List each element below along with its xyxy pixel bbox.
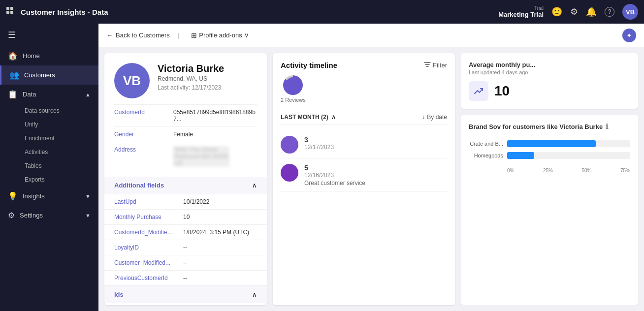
activity-date-1: 12/16/2023 bbox=[304, 172, 365, 179]
sidebar-item-home[interactable]: 🏠 Home bbox=[0, 46, 98, 65]
sort-button[interactable]: ↓ By date bbox=[422, 114, 447, 121]
period-expand-icon[interactable]: ∧ bbox=[331, 113, 336, 121]
settings-icon: ⚙ bbox=[8, 211, 15, 220]
field-label-monthly: Monthly Purchase bbox=[114, 214, 183, 220]
activity-header: Activity timeline Filter bbox=[281, 61, 447, 69]
sidebar-item-customers[interactable]: 👥 Customers bbox=[0, 65, 98, 85]
sidebar: ☰ 🏠 Home 👥 Customers 📋 Data ▲ Data sourc… bbox=[0, 24, 98, 311]
subheader: ← Back to Customers | ⊞ Profile add-ons … bbox=[98, 24, 644, 47]
help-icon[interactable]: ? bbox=[605, 7, 614, 17]
main-content: ← Back to Customers | ⊞ Profile add-ons … bbox=[98, 24, 644, 311]
additional-field-prev-customerid: PreviousCustomerId -- bbox=[104, 270, 267, 285]
logo-circle: ✦ bbox=[622, 29, 636, 42]
field-value-customerid: 055e8517899d5ef8f19861889b7... bbox=[173, 109, 257, 123]
brand-bar-1 bbox=[507, 152, 534, 159]
brand-bar-container-0 bbox=[507, 140, 630, 147]
customers-icon: 👥 bbox=[9, 70, 19, 80]
customer-avatar: VB bbox=[114, 63, 150, 98]
back-label: Back to Customers bbox=[116, 31, 170, 39]
activity-dot-0 bbox=[281, 136, 298, 154]
customer-location: Redmond, WA, US bbox=[158, 75, 224, 82]
filter-button[interactable]: Filter bbox=[424, 61, 447, 69]
field-row-address: Address 5600 This StreetRedmond WA 55555… bbox=[114, 142, 257, 171]
period-label: LAST MONTH (2) bbox=[281, 114, 328, 121]
trial-name: Marketing Trial bbox=[498, 11, 544, 18]
activity-date-0: 12/17/2023 bbox=[304, 144, 334, 151]
field-value-monthly: 10 bbox=[183, 214, 190, 220]
sidebar-item-home-label: Home bbox=[23, 52, 40, 60]
hamburger-icon[interactable]: ☰ bbox=[0, 24, 98, 46]
brand-sov-title-text: Brand Sov for customers like Victoria Bu… bbox=[469, 123, 603, 130]
additional-fields-label: Additional fields bbox=[114, 182, 164, 189]
sidebar-subitem-exports[interactable]: Exports bbox=[21, 173, 98, 187]
back-arrow-icon: ← bbox=[106, 31, 113, 39]
top-navigation: ​ Customer Insights - Data Trial Marketi… bbox=[0, 0, 644, 24]
insights-expand-icon: ▼ bbox=[85, 193, 91, 199]
ids-header[interactable]: Ids ∧ bbox=[104, 285, 267, 303]
subheader-divider: | bbox=[178, 31, 179, 39]
field-value-lastupd: 10/1/2022 bbox=[183, 198, 209, 205]
sidebar-item-insights[interactable]: 💡 Insights ▼ bbox=[0, 187, 98, 206]
additional-fields-list: LastUpd 10/1/2022 Monthly Purchase 10 Cu… bbox=[104, 194, 267, 285]
grid-icon[interactable]: ​ bbox=[6, 6, 15, 18]
timeline-bubbles: 2 Reviews bbox=[281, 75, 447, 103]
field-value-loyaltyid: -- bbox=[183, 244, 187, 251]
brand-label-1: Homegoods bbox=[469, 153, 503, 158]
sidebar-item-settings[interactable]: ⚙ Settings ▼ bbox=[0, 206, 98, 225]
trial-label: Trial bbox=[534, 5, 544, 11]
metric-value-row: 10 bbox=[469, 81, 630, 101]
customer-last-activity: Last activity: 12/17/2023 bbox=[158, 84, 224, 91]
bell-icon[interactable]: 🔔 bbox=[586, 6, 597, 17]
field-label-address: Address bbox=[114, 146, 173, 153]
field-label-customerid: CustomerId bbox=[114, 109, 173, 116]
chart-axis: 0% 25% 50% 75% bbox=[469, 168, 630, 173]
additional-field-monthly: Monthly Purchase 10 bbox=[104, 209, 267, 224]
metric-title: Average monthly pu... bbox=[469, 61, 630, 68]
activity-score-0: 3 bbox=[304, 136, 334, 144]
activity-desc-1: Great customer service bbox=[304, 180, 365, 187]
activity-entry-1: 5 12/16/2023 Great customer service bbox=[281, 159, 447, 192]
settings-expand-icon: ▼ bbox=[85, 213, 91, 218]
customer-info: Victoria Burke Redmond, WA, US Last acti… bbox=[158, 63, 224, 91]
customer-name: Victoria Burke bbox=[158, 63, 224, 74]
sort-icon: ↓ bbox=[422, 114, 425, 121]
additional-field-loyaltyid: LoyaltyID -- bbox=[104, 240, 267, 255]
field-row-customerid: CustomerId 055e8517899d5ef8f19861889b7..… bbox=[114, 104, 257, 126]
field-label-gender: Gender bbox=[114, 131, 173, 138]
sidebar-item-customers-label: Customers bbox=[24, 71, 55, 79]
sidebar-subitem-enrichment[interactable]: Enrichment bbox=[21, 131, 98, 145]
profile-addons-button[interactable]: ⊞ Profile add-ons ∨ bbox=[187, 30, 253, 41]
user-avatar[interactable]: VB bbox=[622, 4, 638, 20]
field-label-customerid-mod: CustomerId_Modifie... bbox=[114, 229, 183, 236]
sidebar-subitem-data-sources[interactable]: Data sources bbox=[21, 104, 98, 118]
activity-card: Activity timeline Filter 2 Reviews bbox=[273, 53, 455, 305]
brand-sov-card: Brand Sov for customers like Victoria Bu… bbox=[461, 115, 638, 305]
brand-bar-0 bbox=[507, 140, 596, 147]
additional-fields-collapse-icon: ∧ bbox=[252, 182, 257, 189]
topnav-right: Trial Marketing Trial 🙂 ⚙ 🔔 ? VB bbox=[498, 4, 638, 20]
period-left: LAST MONTH (2) ∧ bbox=[281, 113, 336, 121]
axis-label-1: 25% bbox=[543, 168, 553, 173]
activity-timeline-title: Activity timeline bbox=[281, 61, 337, 69]
additional-field-customerid-mod: CustomerId_Modifie... 1/8/2024, 3:15 PM … bbox=[104, 224, 267, 240]
profile-addons-label: Profile add-ons bbox=[199, 31, 242, 39]
ids-label: Ids bbox=[114, 291, 124, 298]
field-value-gender: Female bbox=[173, 131, 193, 138]
sidebar-subitem-activities[interactable]: Activities bbox=[21, 145, 98, 159]
sidebar-subitem-tables[interactable]: Tables bbox=[21, 159, 98, 173]
activity-info-1: 5 12/16/2023 Great customer service bbox=[304, 164, 365, 187]
activity-dot-1 bbox=[281, 164, 298, 182]
home-icon: 🏠 bbox=[8, 51, 18, 61]
sidebar-subitem-unify[interactable]: Unify bbox=[21, 118, 98, 131]
app-title: Customer Insights - Data bbox=[21, 8, 492, 16]
main-layout: ☰ 🏠 Home 👥 Customers 📋 Data ▲ Data sourc… bbox=[0, 24, 644, 311]
page-content: VB Victoria Burke Redmond, WA, US Last a… bbox=[98, 47, 644, 311]
additional-fields-header[interactable]: Additional fields ∧ bbox=[104, 177, 267, 194]
data-expand-icon: ▲ bbox=[85, 92, 91, 97]
back-to-customers-button[interactable]: ← Back to Customers bbox=[106, 31, 170, 39]
reviews-inner-circle bbox=[285, 77, 301, 93]
sidebar-item-data[interactable]: 📋 Data ▲ bbox=[0, 85, 98, 104]
customer-fields: CustomerId 055e8517899d5ef8f19861889b7..… bbox=[104, 104, 267, 177]
emoji-icon[interactable]: 🙂 bbox=[551, 6, 562, 17]
gear-icon[interactable]: ⚙ bbox=[570, 6, 578, 17]
